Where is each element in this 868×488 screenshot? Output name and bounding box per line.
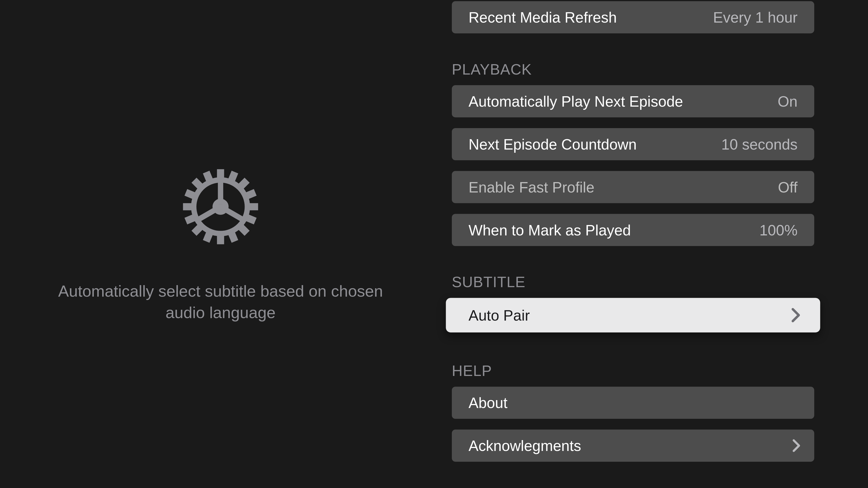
row-about[interactable]: About	[452, 387, 814, 419]
svg-rect-17	[183, 203, 194, 210]
detail-pane: Automatically select subtitle based on c…	[0, 0, 441, 486]
gear-icon	[176, 162, 266, 254]
row-auto-play-next[interactable]: Automatically Play Next Episode On	[452, 85, 814, 117]
row-label: Auto Pair	[469, 306, 530, 324]
row-value: Off	[778, 178, 798, 196]
chevron-right-icon	[790, 307, 801, 324]
row-value: 10 seconds	[721, 135, 798, 153]
row-auto-pair[interactable]: Auto Pair	[446, 298, 820, 332]
row-mark-played[interactable]: When to Mark as Played 100%	[452, 214, 814, 246]
row-value: 100%	[760, 221, 798, 238]
detail-description: Automatically select subtitle based on c…	[42, 282, 399, 324]
chevron-right-icon	[792, 438, 801, 453]
row-value: Every 1 hour	[713, 8, 798, 26]
svg-rect-9	[247, 203, 258, 210]
row-label: Recent Media Refresh	[469, 8, 617, 26]
row-label: About	[469, 394, 507, 411]
section-header-help: HELP	[452, 362, 814, 387]
section-header-playback: PLAYBACK	[452, 61, 814, 85]
svg-rect-13	[217, 234, 224, 245]
row-label: Automatically Play Next Episode	[469, 93, 683, 110]
row-label: When to Mark as Played	[469, 221, 631, 238]
row-value: On	[778, 93, 798, 110]
row-acknowledgments[interactable]: Acknowlegments	[452, 429, 814, 462]
row-label: Next Episode Countdown	[469, 135, 637, 153]
row-next-countdown[interactable]: Next Episode Countdown 10 seconds	[452, 128, 814, 160]
row-recent-media-refresh[interactable]: Recent Media Refresh Every 1 hour	[452, 1, 814, 33]
settings-list: Recent Media Refresh Every 1 hour PLAYBA…	[452, 1, 814, 462]
row-label: Enable Fast Profile	[469, 178, 594, 196]
row-label: Acknowlegments	[469, 437, 581, 454]
svg-rect-5	[217, 169, 224, 180]
row-fast-profile[interactable]: Enable Fast Profile Off	[452, 171, 814, 203]
section-header-subtitle: SUBTITLE	[452, 273, 814, 298]
